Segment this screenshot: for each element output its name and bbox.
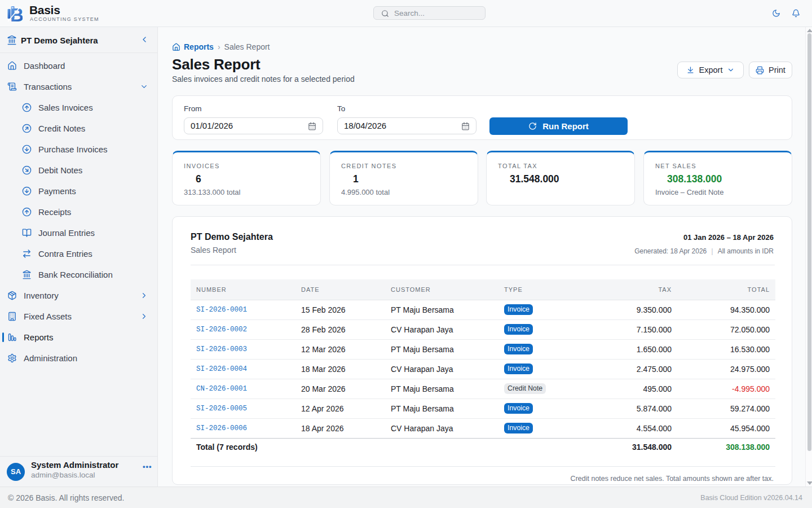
svg-text:B: B [10,5,23,23]
